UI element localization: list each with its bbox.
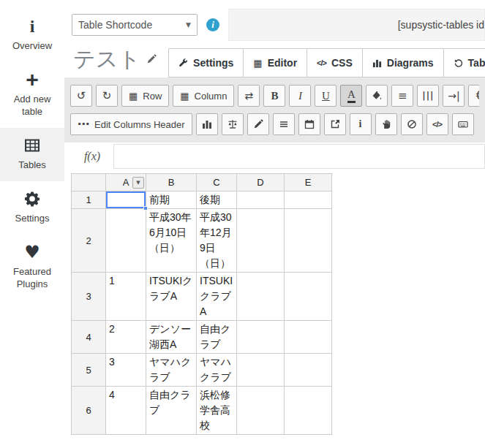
hand-button[interactable] xyxy=(375,113,397,135)
button-glyph: →| xyxy=(448,91,459,101)
column-menu-toolbar-button[interactable]: ▦Column xyxy=(173,85,234,107)
tab-css[interactable]: </>CSS xyxy=(307,48,363,77)
cell-E5[interactable] xyxy=(285,354,332,387)
column-header-A[interactable]: A▼ xyxy=(106,173,146,191)
sidebar-item-add-new-table[interactable]: +Add new table xyxy=(0,62,64,128)
sidebar-item-label: Settings xyxy=(15,212,50,224)
cell-B1[interactable]: 前期 xyxy=(146,191,197,209)
italic-button[interactable]: I xyxy=(289,85,311,107)
font-color-button[interactable]: A xyxy=(340,85,362,107)
column-header-C[interactable]: C xyxy=(197,173,237,191)
bold-button[interactable]: B xyxy=(263,85,285,107)
cell-A5[interactable]: 3 xyxy=(106,354,146,387)
button-glyph: A xyxy=(347,89,356,103)
diagram-button[interactable] xyxy=(196,113,218,135)
heart-icon: ♥ xyxy=(24,243,40,261)
redo-button[interactable]: ↻ xyxy=(96,85,118,107)
button-glyph: U xyxy=(322,91,330,102)
edit-columns-header-button[interactable]: ⋯Edit Columns Header xyxy=(70,113,192,135)
row-header-2[interactable]: 2 xyxy=(71,209,106,273)
fill-color-button[interactable] xyxy=(366,85,388,107)
cell-A4[interactable]: 2 xyxy=(106,321,146,354)
list-button[interactable] xyxy=(273,113,295,135)
column-header-B[interactable]: B xyxy=(146,173,197,191)
tab-diagrams[interactable]: Diagrams xyxy=(362,48,444,77)
cell-D2[interactable] xyxy=(237,209,285,273)
tab-settings[interactable]: Settings xyxy=(168,48,244,77)
calendar-icon xyxy=(304,119,315,129)
row-header-1[interactable]: 1 xyxy=(71,191,106,209)
tab-table-history[interactable]: Table History xyxy=(443,48,485,77)
cell-D1[interactable] xyxy=(237,191,285,209)
shortcode-type-select[interactable]: Table Shortcode ▼ xyxy=(72,14,198,36)
keyboard-button[interactable] xyxy=(452,113,474,135)
cell-D3[interactable] xyxy=(237,273,285,321)
fill-handle[interactable] xyxy=(143,206,148,210)
transpose-button[interactable]: ⇄ xyxy=(238,85,260,107)
sidebar-item-tables[interactable]: Tables xyxy=(0,128,64,181)
cell-D6[interactable] xyxy=(237,387,285,435)
cell-C5[interactable]: ヤマハクラブ xyxy=(197,354,237,387)
compare-button[interactable] xyxy=(222,113,244,135)
row-header-5[interactable]: 5 xyxy=(71,354,106,387)
formula-bar: f(x) xyxy=(71,144,485,169)
cell-C2[interactable]: 平成30年12月9日（日） xyxy=(197,209,237,273)
cell-E4[interactable] xyxy=(285,321,332,354)
column-header-E[interactable]: E xyxy=(285,173,332,191)
cell-B2[interactable]: 平成30年6月10日（日） xyxy=(146,209,197,273)
cell-E1[interactable] xyxy=(285,191,332,209)
cell-C6[interactable]: 浜松修学舎高校 xyxy=(197,387,237,435)
cell-D5[interactable] xyxy=(237,354,285,387)
cell-E3[interactable] xyxy=(285,273,332,321)
title-wrap: テスト xyxy=(73,47,157,77)
cell-D4[interactable] xyxy=(237,321,285,354)
sidebar-item-settings[interactable]: Settings xyxy=(0,181,64,235)
tab-editor[interactable]: ▦Editor xyxy=(243,48,307,77)
column-header-D[interactable]: D xyxy=(237,173,285,191)
cell-A1[interactable] xyxy=(106,191,146,209)
sidebar-item-featured-plugins[interactable]: ♥Featured Plugins xyxy=(0,235,64,300)
cell-B5[interactable]: ヤマハクラブ xyxy=(146,354,197,387)
code-button[interactable]: </> xyxy=(426,113,448,135)
calendar-button[interactable] xyxy=(298,113,320,135)
vertical-align-button[interactable]: ||| xyxy=(417,85,439,107)
disable-button[interactable] xyxy=(401,113,423,135)
cell-A2[interactable] xyxy=(106,209,146,273)
cell-B6[interactable]: 自由クラブ xyxy=(146,387,197,435)
main-content: Table Shortcode ▼ i [supsystic-tables id… xyxy=(64,0,485,448)
row-header-3[interactable]: 3 xyxy=(71,273,106,321)
sidebar-item-overview[interactable]: iOverview xyxy=(0,9,64,62)
undo-button[interactable]: ↺ xyxy=(70,85,92,107)
align-button[interactable]: ≡ xyxy=(391,85,413,107)
toolbar-row-2: ⋯Edit Columns Headeri</> xyxy=(70,113,479,135)
grid-corner[interactable] xyxy=(71,173,106,191)
underline-button[interactable]: U xyxy=(315,85,337,107)
paint-bucket-icon xyxy=(372,91,382,101)
column-header-label: B xyxy=(168,177,175,188)
cell-E6[interactable] xyxy=(285,387,332,435)
cell-B4[interactable]: デンソー湖西A xyxy=(146,321,197,354)
expand-button[interactable] xyxy=(324,113,346,135)
cell-C1[interactable]: 後期 xyxy=(197,191,237,209)
cell-B3[interactable]: ITSUKIクラブA xyxy=(146,273,197,321)
cell-E2[interactable] xyxy=(285,209,332,273)
grid-icon: ▦ xyxy=(253,58,262,68)
cell-A6[interactable]: 4 xyxy=(106,387,146,435)
shortcode-field[interactable]: [supsystic-tables id xyxy=(228,9,485,41)
column-header-label: E xyxy=(305,177,312,188)
row-header-6[interactable]: 6 xyxy=(71,387,106,435)
cell-A3[interactable]: 1 xyxy=(106,273,146,321)
column-menu-button[interactable]: ▼ xyxy=(132,177,144,189)
row-header-4[interactable]: 4 xyxy=(71,321,106,354)
edit-cell-button[interactable] xyxy=(247,113,269,135)
edit-title-icon[interactable] xyxy=(146,54,157,64)
column-header-label: D xyxy=(257,177,263,188)
info-circle-icon[interactable]: i xyxy=(206,18,219,31)
cell-C4[interactable]: 自由クラブ xyxy=(197,321,237,354)
info-button[interactable]: i xyxy=(350,113,372,135)
formula-input[interactable] xyxy=(113,144,485,169)
row-menu-button[interactable]: ▦Row xyxy=(121,85,169,107)
cell-C3[interactable]: ITSUKIクラブA xyxy=(197,273,237,321)
currency-button[interactable]: € xyxy=(468,85,479,107)
text-wrap-button[interactable]: →| xyxy=(443,85,465,107)
